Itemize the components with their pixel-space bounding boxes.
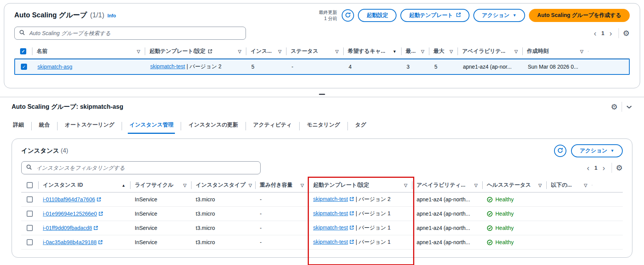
health-status-value: Healthy xyxy=(495,225,514,231)
weighted-capacity-value: - xyxy=(255,225,308,231)
asg-name-link[interactable]: skipmatch-asg xyxy=(37,64,72,70)
instance-id-link[interactable]: i-0ac35ab98b4a29188 xyxy=(43,239,97,245)
filter-icon[interactable]: ▽ xyxy=(278,49,281,54)
refresh-button[interactable] xyxy=(342,9,354,22)
col-availability-zone: アベイラビリティ...▽ xyxy=(412,178,482,192)
page-next-icon[interactable]: › xyxy=(600,164,608,172)
weighted-capacity-value: - xyxy=(255,196,308,203)
instance-id-link[interactable]: i-0110baf964d7a7606 xyxy=(43,196,95,203)
filter-icon[interactable]: ▽ xyxy=(421,49,424,54)
instances-actions-button[interactable]: アクション ▼ xyxy=(571,144,623,157)
col-desired-capacity: 希望するキャ...▼ xyxy=(343,44,401,58)
row-checkbox[interactable] xyxy=(27,211,33,217)
page-prev-icon[interactable]: ‹ xyxy=(584,164,592,172)
instance-id-link[interactable]: i-01e99694e125266e0 xyxy=(43,211,97,217)
az-value: apne1-az4 (ap-north... xyxy=(412,211,482,217)
split-panel-drag-handle[interactable] xyxy=(319,94,325,95)
tab-details[interactable]: 詳細 xyxy=(12,118,25,134)
filter-icon[interactable]: ▽ xyxy=(450,49,453,54)
instance-row[interactable]: i-01ff9dd09fbadacd8 InService t3.micro -… xyxy=(21,221,623,235)
filter-icon[interactable]: ▽ xyxy=(580,49,583,54)
instance-type-value: t3.micro xyxy=(191,196,255,203)
row-checkbox[interactable] xyxy=(27,196,33,203)
instances-filter-input[interactable] xyxy=(36,164,256,171)
filter-icon[interactable]: ▽ xyxy=(539,183,542,188)
external-link-icon xyxy=(97,197,101,203)
desired-value: 4 xyxy=(344,64,402,70)
tab-instance-refresh[interactable]: インスタンスの更新 xyxy=(187,118,239,134)
divider xyxy=(622,102,622,112)
last-updated: 最終更新 1 分前 xyxy=(319,9,337,22)
launch-template-link[interactable]: skipmatch-test xyxy=(313,239,348,245)
launch-template-link[interactable]: skipmatch-test xyxy=(313,210,348,216)
tab-monitoring[interactable]: モニタリング xyxy=(305,118,342,134)
instance-row[interactable]: i-0ac35ab98b4a29188 InService t3.micro -… xyxy=(21,235,623,250)
row-checkbox[interactable] xyxy=(27,225,33,231)
tab-automatic-scaling[interactable]: オートスケーリング xyxy=(63,118,116,134)
asg-search-input[interactable] xyxy=(29,30,241,37)
select-all-checkbox[interactable] xyxy=(27,182,33,188)
health-status-value: Healthy xyxy=(495,211,514,217)
col-instance-type: インスタンスタイプ▽ xyxy=(191,178,255,192)
filter-icon[interactable]: ▽ xyxy=(475,183,478,188)
create-asg-button[interactable]: Auto Scaling グループを作成する xyxy=(529,9,630,22)
tab-integrations[interactable]: 統合 xyxy=(37,118,51,134)
filter-icon[interactable]: ▽ xyxy=(404,183,407,188)
tab-tags[interactable]: タグ xyxy=(354,118,368,134)
health-status-value: Healthy xyxy=(495,196,514,203)
asg-actions-button[interactable]: アクション ▼ xyxy=(473,9,525,22)
launch-template-link[interactable]: skipmatch-test xyxy=(150,63,185,69)
healthy-check-icon xyxy=(487,197,493,203)
asg-actions-label: アクション xyxy=(482,12,510,19)
collapse-panel-chevron-icon[interactable] xyxy=(626,104,632,110)
preferences-gear-icon[interactable]: ⚙ xyxy=(616,164,623,172)
sort-ascending-icon[interactable]: ▲ xyxy=(122,183,125,187)
select-all-checkbox[interactable]: ✓ xyxy=(20,48,26,54)
filter-icon[interactable]: ▽ xyxy=(515,49,518,54)
panel-preferences-gear-icon[interactable]: ⚙ xyxy=(611,103,618,111)
asg-list-panel: Auto Scaling グループ (1/1) Info 最終更新 1 分前 起… xyxy=(4,3,640,88)
filter-icon[interactable]: ▽ xyxy=(238,49,241,54)
external-link-icon xyxy=(349,211,354,217)
launch-template-link[interactable]: skipmatch-test xyxy=(313,224,348,231)
instances-actions-label: アクション xyxy=(580,147,607,154)
info-link[interactable]: Info xyxy=(107,13,116,19)
filter-icon[interactable]: ▽ xyxy=(301,183,304,188)
launch-template-link[interactable]: skipmatch-test xyxy=(313,196,348,202)
filter-icon[interactable]: ▽ xyxy=(336,49,339,54)
filter-icon[interactable]: ▽ xyxy=(249,183,252,188)
filter-icon[interactable]: ▽ xyxy=(183,183,186,188)
row-checkbox[interactable]: ✓ xyxy=(21,64,27,70)
instance-type-value: t3.micro xyxy=(191,239,255,245)
page-number[interactable]: 1 xyxy=(599,30,607,36)
asg-table-header: ✓ 名前▽ 起動テンプレート/設定▽ インス...▽ ステータス▽ 希望するキャ… xyxy=(14,44,630,59)
col-instances: インス...▽ xyxy=(246,44,286,58)
asg-table-row[interactable]: ✓ skipmatch-asg skipmatch-test | バージョン 2… xyxy=(14,59,630,75)
col-max: 最大▽ xyxy=(429,44,458,58)
tab-instance-management[interactable]: インスタンス管理 xyxy=(128,118,175,134)
col-filler xyxy=(592,182,623,189)
tab-activity[interactable]: アクティビティ xyxy=(252,118,293,134)
launch-config-button[interactable]: 起動設定 xyxy=(358,9,397,22)
preferences-gear-icon[interactable]: ⚙ xyxy=(623,29,630,37)
page-next-icon[interactable]: › xyxy=(607,29,615,37)
launch-template-button[interactable]: 起動テンプレート xyxy=(400,9,469,22)
instances-refresh-button[interactable] xyxy=(554,145,566,157)
page-number[interactable]: 1 xyxy=(592,165,600,171)
launch-config-label: 起動設定 xyxy=(366,12,388,19)
instances-filter-box xyxy=(21,161,261,174)
divider xyxy=(246,122,246,130)
instances-pagination: ‹ 1 › ⚙ xyxy=(584,163,623,173)
col-min: 最...▽ xyxy=(401,44,429,58)
instance-id-link[interactable]: i-01ff9dd09fbadacd8 xyxy=(43,225,92,231)
page-prev-icon[interactable]: ‹ xyxy=(591,29,599,37)
filter-icon[interactable]: ▽ xyxy=(137,49,140,54)
filter-filled-icon[interactable]: ▼ xyxy=(393,49,397,54)
split-panel-divider xyxy=(0,97,644,97)
row-checkbox[interactable] xyxy=(27,239,33,245)
divider xyxy=(619,28,619,38)
filter-icon[interactable]: ▽ xyxy=(584,183,587,188)
instance-row[interactable]: i-01e99694e125266e0 InService t3.micro -… xyxy=(21,207,623,221)
instance-row[interactable]: i-0110baf964d7a7606 InService t3.micro -… xyxy=(21,192,623,207)
divider xyxy=(299,122,300,130)
